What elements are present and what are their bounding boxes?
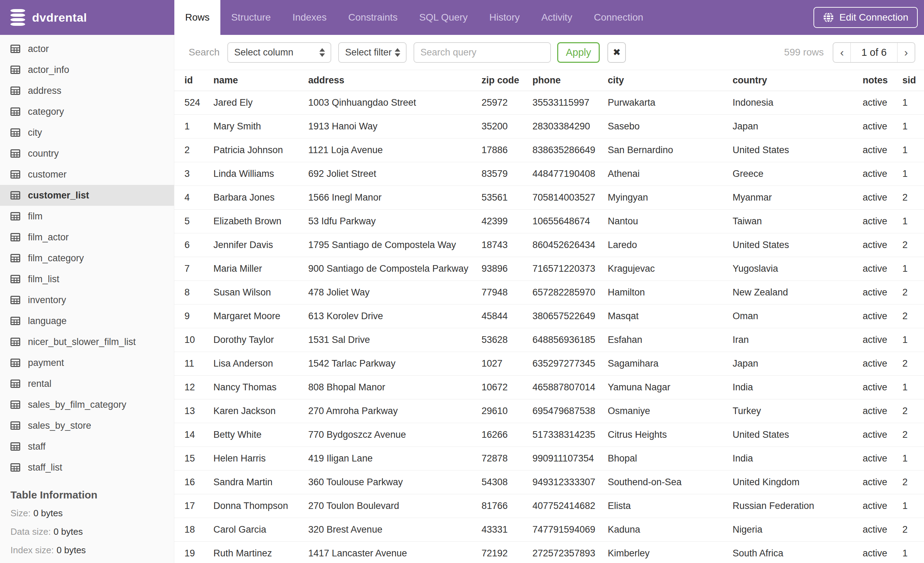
sidebar-table-item[interactable]: film — [0, 206, 174, 227]
cell-city: Citrus Heights — [608, 423, 733, 447]
table-row[interactable]: 4 Barbara Jones 1566 Inegl Manor 53561 7… — [174, 186, 924, 210]
sidebar-table-item[interactable]: film_actor — [0, 227, 174, 248]
cell-country: Myanmar — [733, 186, 862, 210]
chevron-right-icon: › — [904, 46, 908, 59]
sidebar-table-item[interactable]: city — [0, 122, 174, 143]
sidebar-table-item[interactable]: address — [0, 80, 174, 101]
tab[interactable]: Activity — [530, 0, 583, 35]
cell-address: 1121 Loja Avenue — [308, 138, 482, 162]
sidebar-table-item[interactable]: inventory — [0, 290, 174, 311]
sidebar-table-item[interactable]: nicer_but_slower_film_list — [0, 331, 174, 352]
table-row[interactable]: 5 Elizabeth Brown 53 Idfu Parkway 42399 … — [174, 210, 924, 233]
column-header[interactable]: country — [733, 70, 862, 91]
column-header[interactable]: city — [608, 70, 733, 91]
sidebar-table-item[interactable]: rental — [0, 373, 174, 394]
sidebar-table-item[interactable]: film_category — [0, 248, 174, 269]
tab[interactable]: Structure — [220, 0, 282, 35]
cell-name: Linda Williams — [213, 162, 308, 186]
clear-search-button[interactable]: ✖ — [608, 42, 626, 63]
cell-address: 360 Toulouse Parkway — [308, 471, 482, 494]
table-row[interactable]: 17 Donna Thompson 270 Toulon Boulevard 8… — [174, 494, 924, 518]
tab-label: Connection — [594, 12, 644, 23]
cell-phone: 448477190408 — [532, 162, 608, 186]
table-row[interactable]: 8 Susan Wilson 478 Joliet Way 77948 6572… — [174, 281, 924, 305]
cell-name: Jared Ely — [213, 91, 308, 115]
column-header[interactable]: sid — [902, 70, 924, 91]
cell-id: 3 — [174, 162, 213, 186]
table-row[interactable]: 2 Patricia Johnson 1121 Loja Avenue 1788… — [174, 138, 924, 162]
tab[interactable]: Rows — [174, 0, 220, 35]
sidebar-table-item[interactable]: payment — [0, 352, 174, 373]
column-header[interactable]: notes — [862, 70, 902, 91]
table-row[interactable]: 7 Maria Miller 900 Santiago de Compostel… — [174, 257, 924, 281]
cell-city: Esfahan — [608, 328, 733, 352]
sidebar-table-item[interactable]: sales_by_film_category — [0, 394, 174, 415]
tab[interactable]: SQL Query — [408, 0, 478, 35]
column-header[interactable]: zip code — [482, 70, 532, 91]
sidebar-table-item[interactable]: staff_list — [0, 457, 174, 478]
table-row[interactable]: 18 Carol Garcia 320 Brest Avenue 43331 7… — [174, 518, 924, 542]
table-row[interactable]: 16 Sandra Martin 360 Toulouse Parkway 54… — [174, 471, 924, 494]
cell-country: Iran — [733, 328, 862, 352]
tab[interactable]: Indexes — [282, 0, 338, 35]
tab[interactable]: Constraints — [338, 0, 409, 35]
info-value: 0 bytes — [33, 508, 63, 518]
cell-notes: active — [862, 494, 902, 518]
tab-label: Activity — [541, 12, 572, 23]
table-row[interactable]: 9 Margaret Moore 613 Korolev Drive 45844… — [174, 305, 924, 328]
edit-connection-button[interactable]: Edit Connection — [813, 7, 918, 28]
apply-button[interactable]: Apply — [557, 42, 600, 63]
tab[interactable]: Connection — [583, 0, 654, 35]
sidebar-table-label: nicer_but_slower_film_list — [28, 336, 136, 347]
cell-city: Osmaniye — [608, 399, 733, 423]
filter-select[interactable]: Select filter — [338, 42, 406, 63]
table-row[interactable]: 15 Helen Harris 419 Iligan Lane 72878 99… — [174, 447, 924, 471]
main-content: Search Select column Select filter Apply… — [174, 35, 924, 563]
table-row[interactable]: 524 Jared Ely 1003 Qinhuangdao Street 25… — [174, 91, 924, 115]
table-row[interactable]: 3 Linda Williams 692 Joliet Street 83579… — [174, 162, 924, 186]
cell-id: 16 — [174, 471, 213, 494]
column-header[interactable]: address — [308, 70, 482, 91]
sidebar-table-item[interactable]: actor_info — [0, 59, 174, 80]
table-row[interactable]: 1 Mary Smith 1913 Hanoi Way 35200 283033… — [174, 115, 924, 138]
column-header[interactable]: name — [213, 70, 308, 91]
sidebar-table-item[interactable]: staff — [0, 436, 174, 457]
sidebar-table-item[interactable]: sales_by_store — [0, 415, 174, 436]
cell-zip-code: 72192 — [482, 542, 532, 563]
column-header[interactable]: id — [174, 70, 213, 91]
table-row[interactable]: 11 Lisa Anderson 1542 Tarlac Parkway 102… — [174, 352, 924, 376]
cell-city: Bhopal — [608, 447, 733, 471]
tab[interactable]: History — [478, 0, 530, 35]
column-header[interactable]: phone — [532, 70, 608, 91]
sidebar-table-item[interactable]: language — [0, 311, 174, 331]
table-information-title: Table Information — [10, 489, 164, 501]
sidebar-table-item[interactable]: actor — [0, 38, 174, 59]
cell-notes: active — [862, 138, 902, 162]
sidebar-table-item[interactable]: customer — [0, 164, 174, 185]
sidebar-table-item[interactable]: category — [0, 101, 174, 122]
sidebar-table-label: address — [28, 86, 62, 96]
table-row[interactable]: 13 Karen Jackson 270 Amroha Parkway 2961… — [174, 399, 924, 423]
sidebar-table-item[interactable]: customer_list — [0, 185, 174, 206]
table-icon — [10, 401, 20, 409]
table-row[interactable]: 6 Jennifer Davis 1795 Santiago de Compos… — [174, 233, 924, 257]
search-query-input[interactable] — [414, 42, 551, 63]
table-row[interactable]: 10 Dorothy Taylor 1531 Sal Drive 53628 6… — [174, 328, 924, 352]
prev-page-button[interactable]: ‹ — [833, 43, 850, 62]
table-icon — [10, 128, 20, 137]
cell-zip-code: 83579 — [482, 162, 532, 186]
table-row[interactable]: 14 Betty White 770 Bydgoszcz Avenue 1626… — [174, 423, 924, 447]
sidebar-table-item[interactable]: country — [0, 143, 174, 164]
table-icon — [10, 45, 20, 53]
cell-city: Kragujevac — [608, 257, 733, 281]
app-window: dvdrental Rows Structure Indexes Constra… — [0, 0, 924, 563]
cell-phone: 860452626434 — [532, 233, 608, 257]
table-icon — [10, 338, 20, 346]
table-row[interactable]: 19 Ruth Martinez 1417 Lancaster Avenue 7… — [174, 542, 924, 563]
tab-label: Structure — [231, 12, 271, 23]
table-row[interactable]: 12 Nancy Thomas 808 Bhopal Manor 10672 4… — [174, 376, 924, 399]
next-page-button[interactable]: › — [897, 43, 915, 62]
table-icon — [10, 359, 20, 367]
column-select[interactable]: Select column — [227, 42, 331, 63]
sidebar-table-item[interactable]: film_list — [0, 269, 174, 290]
